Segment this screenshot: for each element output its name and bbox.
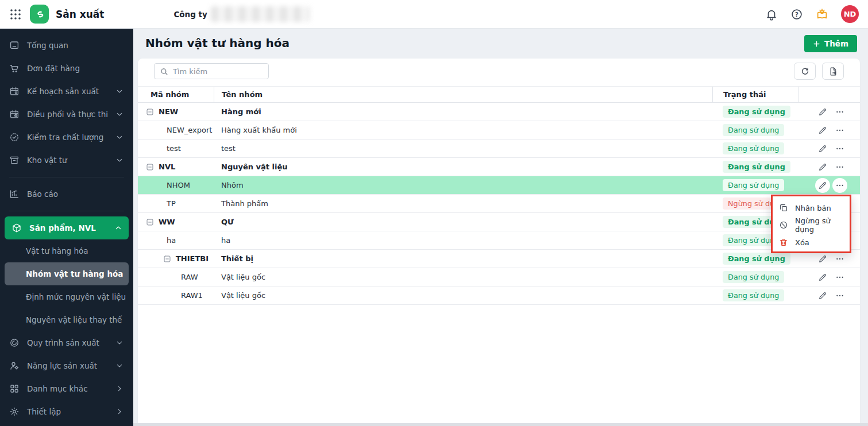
sidebar-item--ieu-phoi-va-thuc-thi[interactable]: Điều phối và thực thi: [0, 103, 133, 126]
apps-grid-icon[interactable]: [9, 7, 22, 21]
edit-button[interactable]: [815, 270, 830, 285]
group-code-cell: WW: [138, 218, 214, 226]
more-actions-button[interactable]: [832, 160, 847, 175]
sidebar-item-bao-cao[interactable]: Báo cáo: [0, 183, 133, 206]
bell-icon[interactable]: [765, 8, 778, 21]
sidebar-item-danh-muc-khac[interactable]: Danh mục khác: [0, 377, 133, 400]
chevron-right-icon: [115, 384, 124, 393]
more-actions-button[interactable]: [832, 104, 847, 119]
column-header-code[interactable]: Mã nhóm: [138, 90, 214, 99]
sidebar-item-kho-vat-tu[interactable]: Kho vật tư: [0, 149, 133, 172]
table-row[interactable]: hahaĐang sử dụng: [138, 231, 860, 250]
context-menu-item-nhan-ban[interactable]: Nhân bản: [773, 199, 850, 216]
actions-cell: [798, 104, 860, 119]
table-row[interactable]: WWQƯĐang sử dụng: [138, 213, 860, 231]
table-row[interactable]: NVLNguyên vật liệuĐang sử dụng: [138, 158, 860, 176]
sidebar-item-nhom-vat-tu-hang-hoa[interactable]: Nhóm vật tư hàng hóa: [5, 262, 129, 285]
actions-cell: [798, 123, 860, 138]
sidebar-item-tong-quan[interactable]: Tổng quan: [0, 34, 133, 57]
edit-button[interactable]: [815, 141, 830, 156]
table-row[interactable]: NHOMNhômĐang sử dụng: [138, 176, 860, 195]
column-header-actions: [798, 87, 860, 102]
edit-button[interactable]: [815, 288, 830, 303]
edit-button[interactable]: [815, 160, 830, 175]
main-content: Nhóm vật tư hàng hóa Thêm Mã nhóm Tên nh…: [133, 29, 868, 426]
group-code-cell: NVL: [138, 162, 214, 171]
context-menu-item-ngung-su-dung[interactable]: Ngừng sử dụng: [773, 216, 850, 234]
context-menu-item-label: Xóa: [795, 238, 809, 247]
sidebar-item-quy-trinh-san-xuat[interactable]: Quy trình sản xuất: [0, 331, 133, 354]
more-actions-button[interactable]: [832, 178, 847, 193]
sidebar-item-ke-hoach-san-xuat[interactable]: Kế hoạch sản xuất: [0, 80, 133, 103]
categories-icon: [9, 384, 20, 394]
chevron-up-icon: [114, 223, 123, 233]
table-row[interactable]: THIETBIThiết bịĐang sử dụng: [138, 250, 860, 268]
table-row[interactable]: RAWVật liệu gốcĐang sử dụng: [138, 268, 860, 286]
sidebar-item-thiet-lap[interactable]: Thiết lập: [0, 400, 133, 423]
table-row[interactable]: NEWHàng mớiĐang sử dụng: [138, 103, 860, 121]
more-actions-button[interactable]: [832, 123, 847, 138]
status-badge: Đang sử dụng: [723, 106, 790, 118]
ellipsis-icon: [835, 181, 844, 190]
table-row[interactable]: NEW_exportHàng xuất khẩu mớiĐang sử dụng: [138, 121, 860, 140]
avatar[interactable]: ND: [841, 5, 859, 23]
table-body: NEWHàng mớiĐang sử dụngNEW_exportHàng xu…: [138, 103, 860, 305]
more-actions-button[interactable]: [832, 251, 847, 266]
help-icon[interactable]: ?: [790, 8, 803, 21]
more-actions-button[interactable]: [832, 141, 847, 156]
sidebar-item-nang-luc-san-xuat[interactable]: Năng lực sản xuất: [0, 354, 133, 377]
search-icon: [160, 67, 168, 76]
sidebar-item-label: Kiểm tra chất lượng: [27, 133, 103, 142]
edit-button[interactable]: [815, 104, 830, 119]
group-code-cell: RAW1: [138, 291, 214, 300]
sidebar-item-label: Danh mục khác: [27, 384, 88, 393]
column-header-name[interactable]: Tên nhóm: [214, 87, 712, 102]
export-button[interactable]: [822, 63, 844, 80]
search-input[interactable]: [173, 67, 263, 76]
collapse-minus-icon[interactable]: [146, 163, 154, 171]
group-code-cell: NEW: [138, 107, 214, 116]
refresh-button[interactable]: [794, 63, 816, 80]
edit-button[interactable]: [815, 123, 830, 138]
more-actions-button[interactable]: [832, 270, 847, 285]
app-logo-icon[interactable]: [30, 5, 49, 24]
table-header: Mã nhóm Tên nhóm Trạng thái: [138, 86, 860, 103]
actions-cell: [798, 178, 860, 193]
status-badge: Đang sử dụng: [723, 124, 784, 136]
whats-new-icon[interactable]: [816, 8, 828, 21]
sidebar-item--on-at-hang[interactable]: Đơn đặt hàng: [0, 57, 133, 80]
status-cell: Đang sử dụng: [712, 271, 798, 283]
group-name-cell: Thiết bị: [214, 254, 712, 263]
sidebar-item-label: Thiết lập: [27, 407, 61, 416]
group-code: WW: [159, 218, 175, 226]
sidebar-item-san-pham-nvl[interactable]: Sản phẩm, NVL: [5, 216, 129, 239]
horizontal-scrollbar[interactable]: [133, 423, 868, 426]
collapse-minus-icon[interactable]: [163, 255, 171, 263]
table-row[interactable]: testtestĐang sử dụng: [138, 140, 860, 158]
sidebar-item-kiem-tra-chat-luong[interactable]: Kiểm tra chất lượng: [0, 126, 133, 149]
add-button[interactable]: Thêm: [804, 35, 857, 52]
status-cell: Đang sử dụng: [712, 289, 798, 301]
svg-text:?: ?: [795, 11, 798, 17]
company-label: Công ty: [173, 10, 207, 19]
chevron-down-icon: [115, 361, 124, 370]
edit-button[interactable]: [815, 178, 830, 193]
actions-cell: [798, 288, 860, 303]
status-cell: Đang sử dụng: [712, 253, 798, 265]
table-row[interactable]: TPThành phẩmNgừng sử dụng: [138, 195, 860, 213]
context-menu-item-xoa[interactable]: Xóa: [773, 234, 850, 251]
collapse-minus-icon[interactable]: [146, 218, 154, 226]
sidebar-item-label: Báo cáo: [27, 189, 58, 199]
sidebar-item-vat-tu-hang-hoa[interactable]: Vật tư hàng hóa: [0, 239, 133, 262]
overview-icon: [9, 40, 20, 51]
collapse-minus-icon[interactable]: [146, 108, 154, 116]
edit-button[interactable]: [815, 251, 830, 266]
more-actions-button[interactable]: [832, 288, 847, 303]
group-name-cell: Nguyên vật liệu: [214, 162, 712, 171]
chevron-down-icon: [115, 133, 124, 142]
sidebar-item--inh-muc-nguyen-vat-lieu[interactable]: Định mức nguyên vật liệu: [0, 285, 133, 308]
ellipsis-icon: [835, 126, 844, 135]
column-header-status[interactable]: Trạng thái: [712, 87, 798, 102]
table-row[interactable]: RAW1Vật liệu gốcĐang sử dụng: [138, 286, 860, 305]
sidebar-item-nguyen-vat-lieu-thay-the[interactable]: Nguyên vật liệu thay thế: [0, 308, 133, 331]
